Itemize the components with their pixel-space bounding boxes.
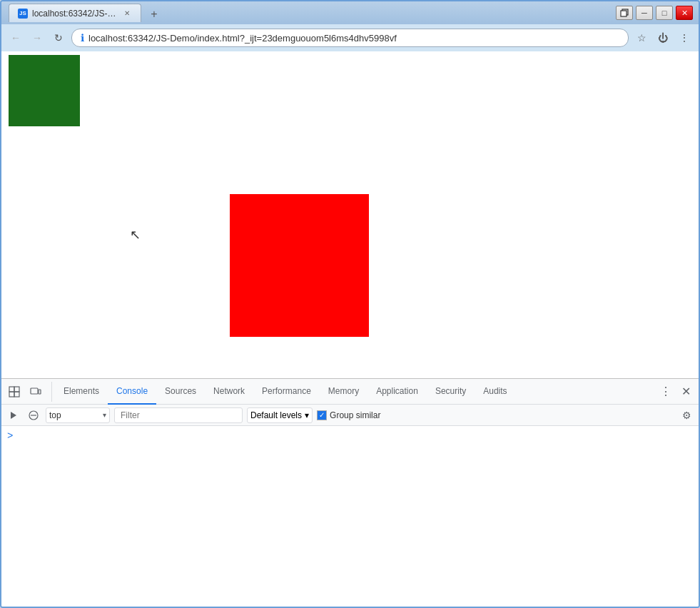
refresh-button[interactable]: ↻ [50,29,67,46]
levels-label: Default levels [250,410,302,420]
address-input[interactable]: ℹ localhost:63342/JS-Demo/index.html?_ij… [71,29,629,47]
back-button[interactable]: ← [7,29,24,46]
svg-rect-1 [621,11,627,16]
more-tabs-button[interactable]: ⋮ [656,382,676,402]
tab-close-button[interactable]: ✕ [122,9,132,19]
tab-label: localhost:63342/JS-De... [32,9,118,19]
window-controls: ─ □ ✕ [616,6,693,20]
svg-rect-5 [14,392,19,397]
console-prompt-arrow: > [7,430,13,442]
svg-rect-3 [14,387,19,392]
console-content: > [1,426,699,607]
log-levels-selector[interactable]: Default levels ▾ [247,407,313,423]
context-value: top [49,410,100,420]
forward-button[interactable]: → [29,29,46,46]
tab-audits[interactable]: Audits [475,379,515,405]
levels-dropdown-icon: ▾ [305,410,309,420]
browser-tab[interactable]: JS localhost:63342/JS-De... ✕ [9,4,141,22]
tab-application[interactable]: Application [367,379,427,405]
menu-button[interactable]: ⋮ [676,29,693,46]
inspect-element-button[interactable] [4,382,24,402]
devtools-close-button[interactable]: ✕ [676,382,696,402]
url-text: localhost:63342/JS-Demo/index.html?_ijt=… [88,33,619,44]
tab-bar: JS localhost:63342/JS-De... ✕ + [6,4,694,22]
clear-console-button[interactable] [26,407,41,423]
console-settings-button[interactable]: ⚙ [679,407,694,423]
browser-window: JS localhost:63342/JS-De... ✕ + ─ □ ✕ ← … [0,0,700,608]
secure-icon: ℹ [81,32,84,44]
red-box [230,194,369,337]
new-tab-button[interactable]: + [144,6,164,22]
console-filter-input[interactable] [114,407,243,423]
console-prompt-line[interactable]: > [1,429,699,443]
svg-marker-8 [11,412,16,419]
group-similar-label: Group similar [330,410,380,420]
tab-security[interactable]: Security [427,379,475,405]
devtools-tab-bar: Elements Console Sources Network Perform… [1,379,699,405]
close-button[interactable]: ✕ [676,6,693,20]
tab-network[interactable]: Network [205,379,253,405]
run-script-button[interactable] [6,407,21,423]
tab-sources[interactable]: Sources [156,379,205,405]
group-similar-option[interactable]: ✓ Group similar [317,410,380,420]
context-selector[interactable]: top ▾ [46,407,110,423]
minimize-button[interactable]: ─ [636,6,653,20]
console-toolbar: top ▾ Default levels ▾ ✓ Group similar ⚙ [1,405,699,426]
context-dropdown-icon: ▾ [103,411,106,419]
device-mode-button[interactable] [26,382,46,402]
mouse-cursor: ↖ [130,228,141,241]
group-similar-checkbox[interactable]: ✓ [317,410,327,420]
checkbox-checkmark: ✓ [319,411,325,419]
svg-rect-6 [31,388,38,394]
maximize-button[interactable]: □ [656,6,673,20]
tab-performance[interactable]: Performance [253,379,320,405]
title-bar: JS localhost:63342/JS-De... ✕ + ─ □ ✕ [1,1,699,24]
tab-elements[interactable]: Elements [55,379,108,405]
svg-rect-7 [39,390,41,394]
power-button[interactable]: ⏻ [654,29,671,46]
green-box [9,55,80,126]
tab-console[interactable]: Console [108,379,156,405]
address-bar: ← → ↻ ℹ localhost:63342/JS-Demo/index.ht… [1,24,699,51]
tab-favicon: JS [18,9,28,19]
tab-memory[interactable]: Memory [320,379,367,405]
devtools-panel: Elements Console Sources Network Perform… [1,378,699,607]
restore-button[interactable] [616,6,633,20]
browser-content: ↖ [1,51,699,378]
svg-rect-4 [9,392,14,397]
svg-rect-2 [9,387,14,392]
bookmark-button[interactable]: ☆ [633,29,650,46]
devtools-icon-buttons [4,382,52,402]
